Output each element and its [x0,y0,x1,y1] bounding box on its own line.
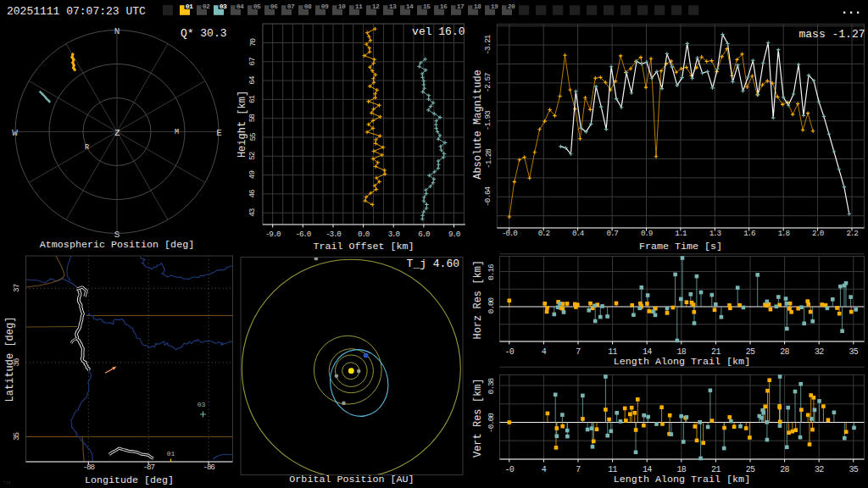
svg-text:Absolute Magnitude: Absolute Magnitude [472,69,484,180]
svg-text:35: 35 [849,465,858,474]
svg-text:01: 01 [167,450,175,458]
svg-text:N: N [114,26,120,36]
svg-text:55: 55 [248,133,258,141]
svg-text:-0: -0 [504,465,514,474]
svg-text:R: R [85,143,89,152]
svg-text:3.0: 3.0 [388,230,400,239]
svg-text:-0.00: -0.00 [487,413,496,433]
svg-text:rjw: rjw [3,480,10,485]
svg-text:13: 13 [389,3,397,10]
svg-text:05: 05 [253,3,261,10]
svg-text:E: E [216,128,222,138]
svg-text:20251111 07:07:23 UTC: 20251111 07:07:23 UTC [7,5,146,18]
svg-text:4: 4 [542,465,547,474]
svg-text:11: 11 [355,3,363,10]
svg-text:37: 37 [12,284,21,292]
svg-text:0.9: 0.9 [641,229,653,238]
svg-text:Longitude [deg]: Longitude [deg] [85,474,174,486]
svg-text:-6.0: -6.0 [296,230,311,239]
svg-text:1.1: 1.1 [675,229,687,238]
svg-text:07: 07 [287,3,295,10]
svg-text:-88: -88 [83,463,95,472]
svg-text:01: 01 [186,3,193,10]
svg-text:0.16: 0.16 [487,264,496,280]
svg-text:28: 28 [780,347,789,357]
svg-text:1.8: 1.8 [778,229,790,238]
svg-text:-87: -87 [143,463,155,472]
svg-text:35: 35 [12,433,21,441]
svg-text:12: 12 [372,3,380,10]
svg-text:64: 64 [248,75,258,85]
svg-text:mass -1.27: mass -1.27 [798,28,865,41]
svg-text:06: 06 [270,3,278,10]
svg-text:0.00: 0.00 [487,297,496,313]
svg-text:1.3: 1.3 [709,229,721,238]
svg-text:0.2: 0.2 [538,229,550,238]
svg-text:0.0: 0.0 [358,230,370,239]
svg-text:10: 10 [338,3,346,10]
svg-text:Q* 30.3: Q* 30.3 [181,27,227,40]
svg-text:Trail Offset [km]: Trail Offset [km] [313,241,414,252]
svg-text:Length Along Trail [km]: Length Along Trail [km] [614,356,750,368]
svg-text:43: 43 [248,208,258,217]
svg-text:6.0: 6.0 [418,230,430,239]
svg-text:0.7: 0.7 [607,229,619,238]
svg-text:-1.93: -1.93 [484,111,493,130]
svg-text:Length Along Trail [km]: Length Along Trail [km] [614,474,750,485]
svg-text:14: 14 [406,3,414,10]
svg-text:03: 03 [198,401,206,408]
svg-text:46: 46 [248,190,258,198]
svg-text:32: 32 [815,465,824,474]
svg-text:7: 7 [576,347,581,357]
svg-text:-86: -86 [203,463,215,472]
svg-text:16: 16 [440,3,448,10]
svg-text:18: 18 [474,3,481,10]
svg-text:67: 67 [248,58,258,66]
svg-text:15: 15 [423,3,431,10]
svg-text:Orbital Position [AU]: Orbital Position [AU] [289,474,414,485]
svg-text:Frame Time [s]: Frame Time [s] [639,241,722,252]
svg-text:08: 08 [304,3,312,10]
svg-text:04: 04 [236,3,244,10]
svg-text:19: 19 [491,3,498,10]
svg-text:02: 02 [203,3,210,10]
svg-text:W: W [12,128,18,138]
svg-text:28: 28 [780,465,789,474]
svg-text:17: 17 [457,3,465,10]
svg-text:52: 52 [248,152,258,160]
svg-text:-3.0: -3.0 [326,230,341,239]
svg-text:4: 4 [542,347,547,357]
svg-text:2.0: 2.0 [812,229,824,238]
svg-text:Z: Z [114,128,120,138]
svg-text:Latitude [deg]: Latitude [deg] [4,317,16,402]
svg-text:03: 03 [220,3,227,10]
svg-text:58: 58 [248,114,258,123]
svg-text:0.4: 0.4 [572,229,585,238]
svg-text:Height [km]: Height [km] [236,91,248,158]
svg-text:-3.21: -3.21 [484,34,493,54]
svg-text:09: 09 [321,3,329,10]
svg-text:vel 16.0: vel 16.0 [412,25,465,38]
svg-text:0.38: 0.38 [487,378,496,394]
svg-text:-1.28: -1.28 [484,149,493,169]
svg-text:35: 35 [849,347,858,357]
svg-text:9.0: 9.0 [448,230,460,239]
svg-text:-9.0: -9.0 [265,230,281,239]
svg-text:61: 61 [248,94,258,103]
svg-text:2.2: 2.2 [846,229,858,238]
svg-text:7: 7 [576,465,581,474]
svg-text:M: M [175,128,179,136]
svg-text:-0.64: -0.64 [484,186,493,206]
svg-text:20: 20 [508,3,515,10]
svg-text:T_j 4.60: T_j 4.60 [407,258,459,270]
svg-text:Horz Res [km]: Horz Res [km] [472,260,484,340]
svg-text:Atmospheric Position [deg]: Atmospheric Position [deg] [40,239,194,251]
svg-text:-0: -0 [504,347,514,357]
svg-text:-2.57: -2.57 [484,73,493,92]
svg-text:Vert Res [km]: Vert Res [km] [472,378,484,458]
svg-text:70: 70 [248,39,258,47]
svg-text:1.6: 1.6 [743,229,755,238]
svg-text:49: 49 [248,171,258,180]
svg-text:-0.0: -0.0 [502,229,517,238]
svg-text:32: 32 [815,347,824,357]
